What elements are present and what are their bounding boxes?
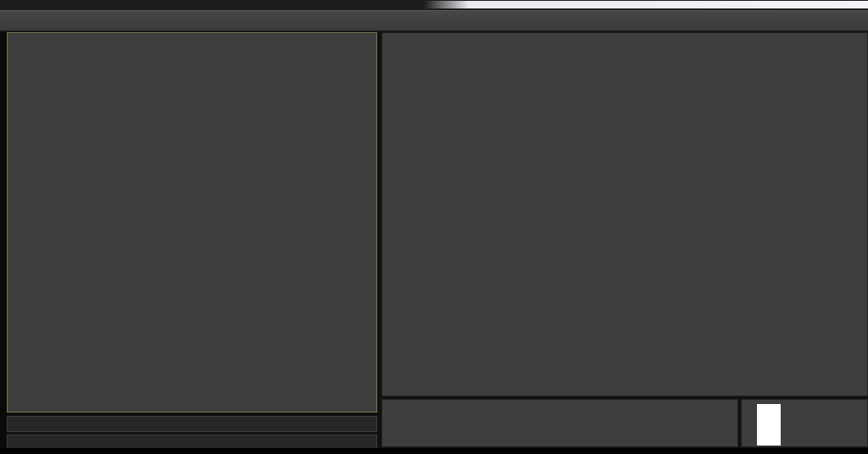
overlay-white-box [757,404,781,446]
main-toolbar [0,10,868,31]
editor-panel [7,32,377,412]
bottom-black-bar [0,448,868,454]
video-artifact-strip [424,1,868,8]
audition-window [0,0,868,454]
dock-tab-row-1 [7,416,377,432]
dock-tab-row-2 [7,435,377,449]
levels-panel [381,399,738,447]
window-left-edge [0,32,7,454]
mixer-panel [381,32,868,396]
